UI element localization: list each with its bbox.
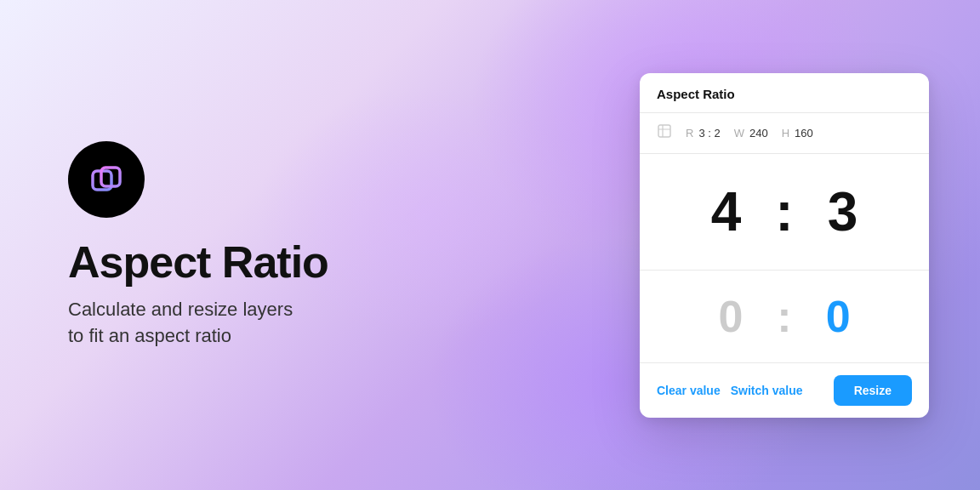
ratio-left: 4 bbox=[711, 185, 742, 239]
card-title: Aspect Ratio bbox=[657, 87, 735, 101]
clear-value-button[interactable]: Clear value bbox=[657, 379, 721, 402]
plugin-card: Aspect Ratio R 3 : 2 W bbox=[640, 73, 929, 418]
input-left: 0 bbox=[718, 294, 743, 339]
input-ratio-row: 0 : 0 bbox=[640, 271, 929, 363]
info-label-w: W bbox=[734, 127, 744, 140]
resize-button[interactable]: Resize bbox=[834, 375, 912, 406]
switch-value-button[interactable]: Switch value bbox=[731, 379, 803, 402]
info-label-r: R bbox=[686, 127, 693, 140]
info-label-h: H bbox=[782, 127, 789, 140]
title-section: Aspect Ratio Calculate and resize layers… bbox=[68, 238, 572, 350]
action-row: Clear value Switch value Resize bbox=[640, 363, 929, 418]
ratio-right: 3 bbox=[828, 185, 858, 239]
resize-icon bbox=[657, 123, 672, 143]
info-value-r: 3 : 2 bbox=[698, 127, 720, 140]
info-item-h: H 160 bbox=[782, 127, 813, 140]
info-item-w: W 240 bbox=[734, 127, 768, 140]
logo-icon bbox=[86, 159, 127, 200]
info-value-w: 240 bbox=[749, 127, 768, 140]
logo-circle bbox=[68, 141, 145, 218]
ratio-display: 4 : 3 bbox=[640, 154, 929, 271]
info-value-h: 160 bbox=[795, 127, 813, 140]
input-right: 0 bbox=[826, 294, 851, 339]
info-item-r: R 3 : 2 bbox=[686, 127, 721, 140]
svg-rect-2 bbox=[658, 125, 670, 137]
ratio-colon: : bbox=[775, 185, 793, 239]
page-container: Aspect Ratio Calculate and resize layers… bbox=[0, 0, 980, 490]
info-row: R 3 : 2 W 240 H 160 bbox=[640, 113, 929, 154]
right-section: Aspect Ratio R 3 : 2 W bbox=[623, 39, 980, 452]
left-section: Aspect Ratio Calculate and resize layers… bbox=[0, 90, 623, 401]
card-header: Aspect Ratio bbox=[640, 73, 929, 113]
input-colon: : bbox=[777, 294, 791, 339]
app-title: Aspect Ratio bbox=[68, 238, 572, 287]
app-description: Calculate and resize layersto fit an asp… bbox=[68, 297, 572, 350]
